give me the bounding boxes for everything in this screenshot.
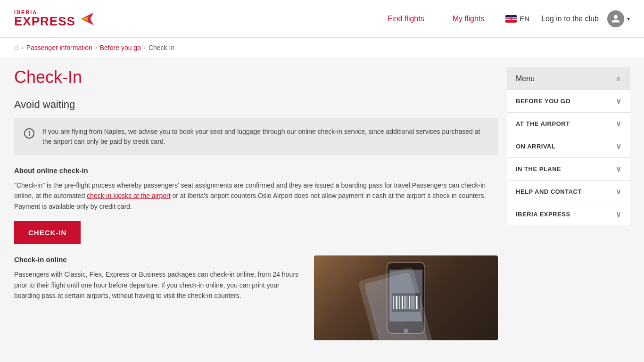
info-box: If you are flying from Naples, we advise…: [14, 118, 498, 155]
svg-rect-7: [392, 293, 420, 312]
sidebar: Menu ∧ BEFORE YOU GO ∨ AT THE AIRPORT ∨ …: [507, 67, 630, 340]
sidebar-item-label: AT THE AIRPORT: [516, 120, 570, 127]
sidebar-item-on-arrival[interactable]: ON ARRIVAL ∨: [507, 135, 630, 157]
sidebar-item-iberia-express[interactable]: IBERIA EXPRESS ∨: [507, 203, 630, 225]
circle-info-icon: [24, 128, 35, 139]
user-avatar[interactable]: [607, 10, 624, 27]
sidebar-menu-header[interactable]: Menu ∧: [507, 67, 630, 90]
language-text: EN: [520, 15, 529, 23]
page-title: Check-In: [14, 67, 498, 87]
sidebar-item-label: IBERIA EXPRESS: [516, 211, 570, 218]
my-flights-link[interactable]: My flights: [438, 0, 499, 38]
section-subtitle: Avoid waiting: [14, 99, 498, 111]
sidebar-item-before-you-go[interactable]: BEFORE YOU GO ∨: [507, 90, 630, 112]
chevron-down-icon: ∨: [616, 142, 622, 151]
login-link[interactable]: Log in to the club: [537, 15, 603, 23]
breadcrumb-before-you-go[interactable]: Before you go: [100, 44, 141, 51]
chevron-down-icon: ∨: [616, 165, 622, 173]
content-area: Check-In Avoid waiting If you are flying…: [14, 67, 498, 340]
checkin-online-section: Check-in online Passengers with Classic,…: [14, 255, 498, 340]
sidebar-item-label: HELP AND CONTACT: [516, 188, 582, 195]
sidebar-item-label: BEFORE YOU GO: [516, 98, 570, 105]
about-text: "Check-in" is the pre-flight process whe…: [14, 180, 498, 212]
phone-image: [314, 255, 498, 340]
breadcrumb-passenger-info[interactable]: Passenger information: [26, 44, 92, 51]
breadcrumb-home[interactable]: ⌂: [14, 43, 19, 52]
svg-rect-6: [389, 270, 422, 321]
breadcrumb-sep-2: ›: [95, 44, 97, 51]
sidebar-menu-chevron-icon: ∧: [616, 74, 621, 83]
user-icon: [611, 14, 620, 24]
phone-svg: [378, 260, 434, 336]
logo-express: EXPRESS: [14, 15, 75, 27]
language-selector[interactable]: EN: [498, 15, 537, 23]
main-nav: Find flights My flights EN Log in to the…: [373, 0, 630, 38]
breadcrumb: ⌂ › Passenger information › Before you g…: [0, 38, 644, 58]
logo-bird-icon: [78, 9, 97, 28]
sidebar-item-at-airport[interactable]: AT THE AIRPORT ∨: [507, 112, 630, 135]
sidebar-item-label: ON ARRIVAL: [516, 143, 555, 150]
flag-icon: [505, 15, 517, 23]
find-flights-link[interactable]: Find flights: [373, 0, 438, 38]
checkin-button[interactable]: CHECK-IN: [14, 221, 81, 244]
header: IBERIA EXPRESS Find flights My flights E…: [0, 0, 644, 38]
breadcrumb-sep-3: ›: [144, 44, 146, 51]
breadcrumb-sep-1: ›: [22, 44, 24, 51]
sidebar-item-in-plane[interactable]: IN THE PLANE ∨: [507, 157, 630, 180]
account-chevron-down-icon[interactable]: ▾: [627, 16, 630, 22]
logo-area: IBERIA EXPRESS: [14, 9, 97, 28]
chevron-down-icon: ∨: [616, 210, 622, 219]
sidebar-item-help-contact[interactable]: HELP AND CONTACT ∨: [507, 180, 630, 203]
chevron-down-icon: ∨: [616, 187, 622, 196]
checkin-online-title: Check-in online: [14, 255, 305, 263]
checkin-online-text: Check-in online Passengers with Classic,…: [14, 255, 305, 301]
chevron-down-icon: ∨: [616, 97, 622, 106]
checkin-kiosks-link[interactable]: check-in kiosks at the airport: [87, 192, 170, 199]
chevron-down-icon: ∨: [616, 119, 622, 128]
logo-text: IBERIA EXPRESS: [14, 10, 75, 27]
checkin-online-body: Passengers with Classic, Flex, Express o…: [14, 269, 305, 301]
main-container: Check-In Avoid waiting If you are flying…: [0, 58, 644, 350]
sidebar-menu-label: Menu: [516, 74, 535, 83]
svg-point-25: [404, 329, 408, 333]
about-title: About online check-in: [14, 166, 498, 174]
info-text: If you are flying from Naples, we advise…: [42, 127, 488, 147]
breadcrumb-current: Check In: [149, 44, 174, 51]
sidebar-item-label: IN THE PLANE: [516, 165, 561, 173]
info-icon: [24, 128, 35, 142]
svg-rect-8: [393, 294, 419, 311]
